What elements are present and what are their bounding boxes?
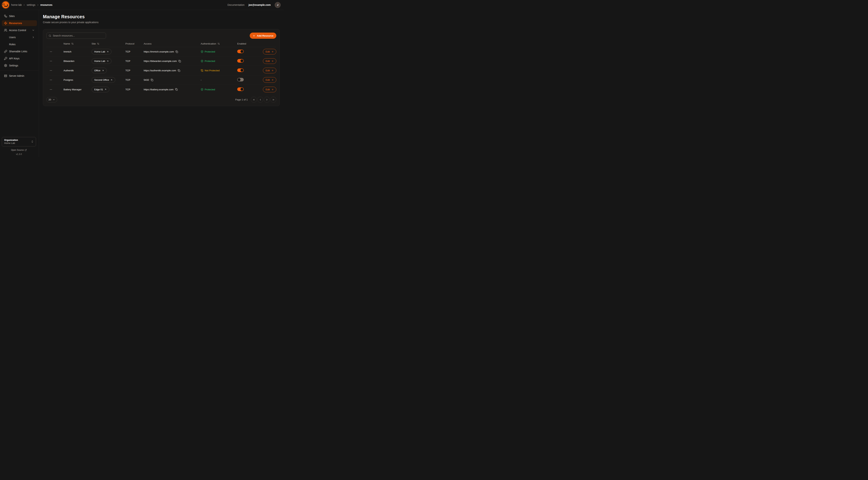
chevron-right-icon bbox=[37, 4, 39, 6]
pangolin-logo bbox=[1, 1, 10, 9]
authentication-status: Protected bbox=[201, 88, 237, 91]
page-size-select[interactable]: 20 bbox=[46, 97, 57, 102]
avatar[interactable]: J bbox=[275, 2, 281, 8]
chevron-right-icon bbox=[32, 36, 35, 39]
copy-icon[interactable] bbox=[178, 69, 180, 72]
version-label: v1.3.0 bbox=[0, 153, 38, 155]
resource-protocol: TCP bbox=[125, 69, 144, 72]
enabled-toggle[interactable] bbox=[237, 68, 244, 72]
sidebar-item-label: Settings bbox=[9, 64, 18, 67]
authentication-label: Not Protected bbox=[205, 69, 220, 72]
sidebar-item-label: Sites bbox=[9, 14, 14, 18]
copy-icon[interactable] bbox=[178, 60, 181, 62]
site-link[interactable]: Home Lab bbox=[92, 49, 112, 55]
column-header-authentication: Authentication bbox=[201, 42, 216, 45]
sort-icon[interactable] bbox=[71, 42, 74, 45]
sort-icon[interactable] bbox=[217, 42, 220, 45]
row-menu-button[interactable] bbox=[49, 68, 53, 72]
search-input[interactable] bbox=[53, 34, 104, 37]
authentication-label: - bbox=[201, 79, 202, 81]
site-link[interactable]: Edge 01 bbox=[92, 87, 109, 92]
user-email[interactable]: joe@example.com bbox=[248, 3, 271, 6]
breadcrumb: home-lab settings resources bbox=[11, 3, 53, 6]
sidebar-item-access-control[interactable]: Access Control bbox=[2, 27, 37, 33]
row-menu-button[interactable] bbox=[49, 78, 53, 82]
authentication-status: Protected bbox=[201, 60, 237, 62]
plus-icon bbox=[253, 34, 255, 37]
chevron-right-icon bbox=[23, 4, 25, 6]
sidebar-item-settings[interactable]: Settings bbox=[2, 63, 37, 68]
sidebar-item-sites[interactable]: Sites bbox=[2, 13, 37, 19]
key-icon bbox=[4, 57, 7, 60]
breadcrumb-org[interactable]: home-lab bbox=[11, 3, 22, 6]
sidebar-item-api-keys[interactable]: API Keys bbox=[2, 56, 37, 61]
resource-protocol: TCP bbox=[125, 88, 144, 91]
resource-name: Authentik bbox=[63, 69, 92, 72]
sort-icon[interactable] bbox=[97, 42, 99, 45]
edit-button[interactable]: Edit bbox=[263, 87, 276, 92]
resource-access: https://bitwarden.example.com bbox=[144, 60, 177, 62]
last-page-button[interactable] bbox=[270, 97, 276, 102]
row-menu-button[interactable] bbox=[49, 50, 53, 54]
authentication-label: Protected bbox=[205, 88, 215, 91]
enabled-toggle[interactable] bbox=[237, 59, 244, 63]
sidebar-item-users[interactable]: Users bbox=[2, 34, 37, 40]
search-box bbox=[46, 33, 106, 39]
resource-protocol: TCP bbox=[125, 50, 144, 53]
sidebar-item-shareable-links[interactable]: Shareable Links bbox=[2, 49, 37, 54]
enabled-toggle[interactable] bbox=[237, 87, 244, 91]
edit-button-label: Edit bbox=[266, 88, 270, 91]
documentation-link[interactable]: Documentation bbox=[227, 3, 244, 6]
arrow-right-icon bbox=[271, 79, 274, 81]
resource-name: Immich bbox=[63, 50, 92, 53]
sidebar-item-label: Server Admin bbox=[9, 74, 24, 77]
edit-button[interactable]: Edit bbox=[263, 49, 276, 55]
copy-icon[interactable] bbox=[175, 88, 178, 91]
table-row: Immich Home Lab TCP https://immich.examp… bbox=[46, 47, 276, 57]
column-header-protocol: Protocol bbox=[125, 42, 134, 45]
edit-button[interactable]: Edit bbox=[263, 77, 276, 83]
edit-button-label: Edit bbox=[266, 69, 270, 72]
chevrons-right-icon bbox=[272, 98, 275, 101]
chevrons-left-icon bbox=[253, 98, 255, 101]
link-icon bbox=[4, 50, 7, 53]
row-menu-button[interactable] bbox=[49, 59, 53, 63]
sidebar-item-label: API Keys bbox=[9, 57, 20, 60]
arrow-up-right-icon bbox=[106, 60, 109, 62]
add-resource-button[interactable]: Add Resource bbox=[250, 33, 276, 39]
next-page-button[interactable] bbox=[264, 97, 270, 102]
sidebar-item-label: Access Control bbox=[9, 29, 26, 32]
edit-button[interactable]: Edit bbox=[263, 58, 276, 64]
copy-icon[interactable] bbox=[176, 51, 178, 53]
copy-icon[interactable] bbox=[151, 79, 153, 81]
column-header-name: Name bbox=[63, 42, 70, 45]
enabled-toggle[interactable] bbox=[237, 50, 244, 53]
shield-off-icon bbox=[201, 69, 204, 72]
edit-button[interactable]: Edit bbox=[263, 68, 276, 73]
sidebar-item-server-admin[interactable]: Server Admin bbox=[2, 73, 37, 79]
page-subtitle: Create secure proxies to your private ap… bbox=[43, 21, 280, 24]
sidebar-item-label: Shareable Links bbox=[9, 50, 27, 53]
column-header-site: Site bbox=[92, 42, 96, 45]
ellipsis-icon bbox=[50, 79, 52, 81]
sidebar-item-label: Roles bbox=[9, 43, 16, 46]
users-group-icon bbox=[4, 29, 7, 32]
gear-icon bbox=[4, 64, 7, 67]
sidebar-item-roles[interactable]: Roles bbox=[2, 41, 37, 47]
breadcrumb-settings[interactable]: settings bbox=[27, 3, 35, 6]
site-link[interactable]: Office bbox=[92, 68, 107, 73]
first-page-button[interactable] bbox=[251, 97, 257, 102]
sidebar-item-resources[interactable]: Resources bbox=[2, 20, 37, 26]
row-menu-button[interactable] bbox=[49, 87, 53, 92]
site-link[interactable]: Home Lab bbox=[92, 58, 112, 64]
resource-access: https://authentik.example.com bbox=[144, 69, 176, 72]
enabled-toggle[interactable] bbox=[237, 78, 244, 82]
site-link[interactable]: Second Office bbox=[92, 77, 115, 83]
open-source-link[interactable]: Open Source bbox=[11, 149, 27, 151]
shield-check-icon bbox=[201, 88, 204, 91]
ellipsis-icon bbox=[50, 69, 52, 72]
previous-page-button[interactable] bbox=[257, 97, 263, 102]
organization-label: Organization bbox=[4, 139, 18, 142]
table-row: Authentik Office TCP https://authentik.e… bbox=[46, 66, 276, 75]
organization-switcher[interactable]: Organization Home Lab bbox=[2, 137, 36, 146]
